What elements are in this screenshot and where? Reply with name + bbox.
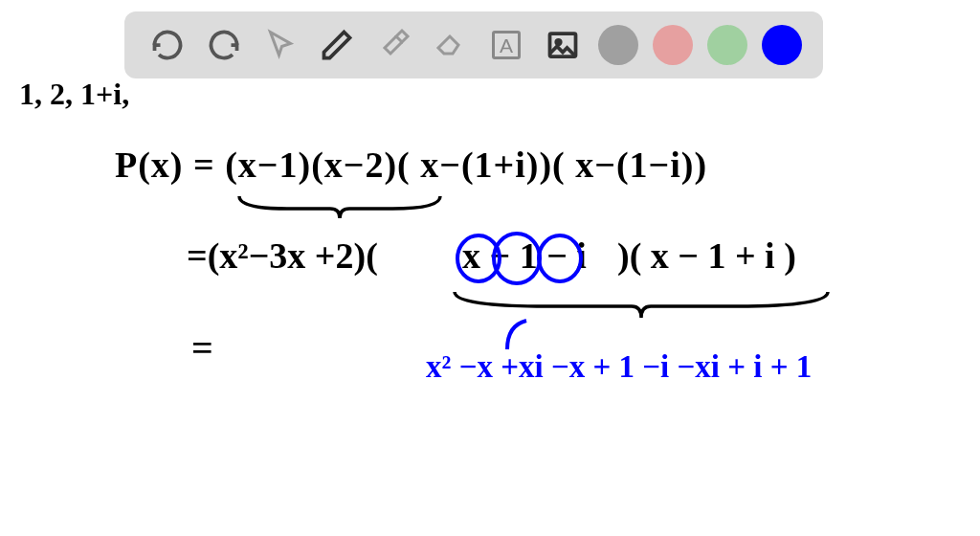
equation-line-2c: )( x − 1 + i ) xyxy=(617,234,796,277)
svg-point-3 xyxy=(556,40,561,45)
svg-text:A: A xyxy=(499,34,512,56)
svg-point-6 xyxy=(539,235,581,281)
tools-button[interactable] xyxy=(372,24,414,66)
drawing-canvas: 1, 2, 1+i, P(x) = (x−1)(x−2)( x−(1+i))( … xyxy=(0,0,980,536)
equation-line-2b: x − 1 − i xyxy=(462,234,587,277)
svg-point-5 xyxy=(494,234,540,283)
pencil-button[interactable] xyxy=(316,24,358,66)
redo-button[interactable] xyxy=(203,24,245,66)
color-green[interactable] xyxy=(707,25,747,65)
equation-line-2a: =(x²−3x +2)( xyxy=(187,234,378,277)
equation-line-1: P(x) = (x−1)(x−2)( x−(1+i))( x−(1−i)) xyxy=(115,144,707,186)
underbrace-2 xyxy=(450,287,833,325)
drawing-toolbar: A xyxy=(124,11,823,78)
equation-expansion-blue: x² −x +xi −x + 1 −i −xi + i + 1 xyxy=(426,349,812,385)
equation-line-3-equals: = xyxy=(191,325,213,370)
color-blue[interactable] xyxy=(762,25,802,65)
roots-text-black: 1, 2, 1+i, xyxy=(19,77,129,112)
image-button[interactable] xyxy=(542,24,584,66)
eraser-button[interactable] xyxy=(429,24,471,66)
blue-arrow-icon xyxy=(498,316,546,364)
svg-point-4 xyxy=(457,235,500,281)
underbrace-1 xyxy=(234,191,445,225)
text-button[interactable]: A xyxy=(485,24,527,66)
color-pink[interactable] xyxy=(653,25,693,65)
undo-button[interactable] xyxy=(146,24,189,66)
pointer-button[interactable] xyxy=(259,24,301,66)
blue-circles xyxy=(450,230,641,287)
color-gray[interactable] xyxy=(598,25,638,65)
